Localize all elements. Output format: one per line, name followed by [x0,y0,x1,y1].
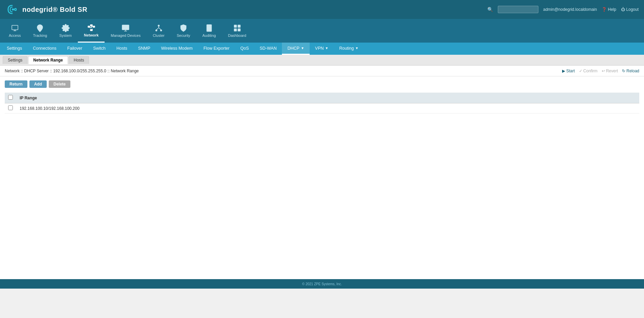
subnav-wireless-modem[interactable]: Wireless Modem [156,43,198,55]
nav-tracking[interactable]: Tracking [27,19,53,43]
page-tabs: Settings Network Range Hosts [0,55,644,66]
subnav-dhcp[interactable]: DHCP ▼ [282,43,309,55]
header-right: 🔍 admin@nodegrid.localdomain ❓ Help ⏻ Lo… [487,6,639,13]
subnav-snmp[interactable]: SNMP [133,43,156,55]
sub-nav: Settings Connections Failover Switch Hos… [0,43,644,55]
tab-network-range[interactable]: Network Range [28,56,68,64]
revert-icon: ↩ [602,69,605,73]
main-content: Return Add Delete IP Range 192.168.100.1… [0,76,644,279]
cluster-icon [155,24,163,32]
action-buttons: ▶ Start ✓ Confirm ↩ Revert ↻ Reload [562,69,639,73]
nav-system[interactable]: System [53,19,78,43]
delete-button[interactable]: Delete [49,80,70,88]
svg-rect-15 [238,25,240,27]
nav-network[interactable]: Network [78,19,105,43]
network-icon [87,24,95,32]
nav-system-label: System [59,33,72,38]
subnav-sd-wan[interactable]: SD-WAN [254,43,282,55]
select-all-checkbox[interactable] [8,95,13,100]
nav-access[interactable]: Access [3,19,27,43]
nav-access-label: Access [9,33,21,38]
managed-devices-icon [121,24,130,32]
nav-auditing[interactable]: Auditing [196,19,222,43]
subnav-connections[interactable]: Connections [27,43,62,55]
table-row: 192.168.100.10/192.168.100.200 [5,103,639,114]
row-checkbox[interactable] [8,105,13,110]
dhcp-dropdown-icon[interactable]: ▼ [301,46,304,50]
nav-icons-row: Access Tracking System Network Managed D… [0,19,644,43]
subnav-qos[interactable]: QoS [235,43,254,55]
vpn-dropdown-icon[interactable]: ▼ [325,46,329,50]
nav-dashboard[interactable]: Dashboard [222,19,252,43]
tab-hosts[interactable]: Hosts [69,56,89,64]
routing-dropdown-icon[interactable]: ▼ [355,46,359,50]
auditing-icon [205,24,213,32]
start-icon: ▶ [562,69,565,73]
nav-tracking-label: Tracking [33,33,47,38]
nav-cluster-label: Cluster [153,33,164,38]
logo-text: nodegrid® Bold SR [22,6,87,14]
svg-rect-14 [234,25,237,27]
dashboard-icon [233,24,241,32]
nav-network-label: Network [84,33,98,37]
svg-rect-13 [207,25,212,31]
subnav-flow-exporter[interactable]: Flow Exporter [198,43,235,55]
svg-point-9 [158,25,159,26]
tracking-icon [36,24,44,32]
svg-point-11 [160,30,162,31]
top-header: nodegrid® Bold SR 🔍 admin@nodegrid.local… [0,0,644,19]
col-checkbox [5,93,16,103]
header-user[interactable]: admin@nodegrid.localdomain [543,7,597,12]
crud-buttons: Return Add Delete [5,80,639,88]
revert-button: ↩ Revert [602,69,618,73]
nav-managed-devices-label: Managed Devices [111,33,140,38]
nav-auditing-label: Auditing [202,33,216,38]
subnav-routing[interactable]: Routing ▼ [334,43,364,55]
reload-button[interactable]: ↻ Reload [622,69,639,73]
nav-cluster[interactable]: Cluster [147,19,171,43]
nav-security-label: Security [177,33,190,38]
svg-rect-4 [88,26,90,27]
nav-dashboard-label: Dashboard [228,33,246,38]
row-checkbox-cell [5,103,16,114]
subnav-settings[interactable]: Settings [1,43,27,55]
table-header-row: IP Range [5,93,639,103]
search-icon[interactable]: 🔍 [487,7,493,12]
svg-rect-5 [90,25,92,26]
subnav-vpn[interactable]: VPN ▼ [310,43,334,55]
search-input[interactable] [498,6,538,13]
svg-point-10 [156,30,157,31]
svg-rect-1 [12,25,18,30]
nav-managed-devices[interactable]: Managed Devices [105,19,147,43]
reload-icon: ↻ [622,69,625,73]
svg-rect-16 [234,29,237,31]
confirm-icon: ✓ [579,69,582,73]
subnav-switch[interactable]: Switch [88,43,111,55]
help-link[interactable]: ❓ Help [602,7,616,12]
footer-text: © 2021 ZPE Systems, Inc. [302,282,342,286]
nav-security[interactable]: Security [171,19,196,43]
tab-settings[interactable]: Settings [3,56,27,64]
breadcrumb: Network :: DHCP Server :: 192.168.100.0/… [5,69,139,73]
svg-rect-12 [182,27,184,29]
col-ip-range: IP Range [16,93,639,103]
start-button[interactable]: ▶ Start [562,69,575,73]
logo-area: nodegrid® Bold SR [5,3,87,16]
data-table: IP Range 192.168.100.10/192.168.100.200 [5,93,639,114]
system-icon [62,24,70,32]
svg-rect-6 [90,29,92,31]
footer: © 2021 ZPE Systems, Inc. [0,279,644,289]
breadcrumb-bar: Network :: DHCP Server :: 192.168.100.0/… [0,66,644,76]
security-icon [179,24,187,32]
access-icon [11,24,19,32]
subnav-hosts[interactable]: Hosts [111,43,133,55]
svg-rect-7 [93,26,95,27]
svg-rect-17 [238,29,240,31]
logout-link[interactable]: ⏻ Logout [621,7,639,12]
add-button[interactable]: Add [29,80,47,88]
return-button[interactable]: Return [5,80,27,88]
row-ip-range: 192.168.100.10/192.168.100.200 [16,103,639,114]
subnav-failover[interactable]: Failover [62,43,88,55]
logo-icon [5,3,19,16]
svg-rect-8 [122,25,129,30]
